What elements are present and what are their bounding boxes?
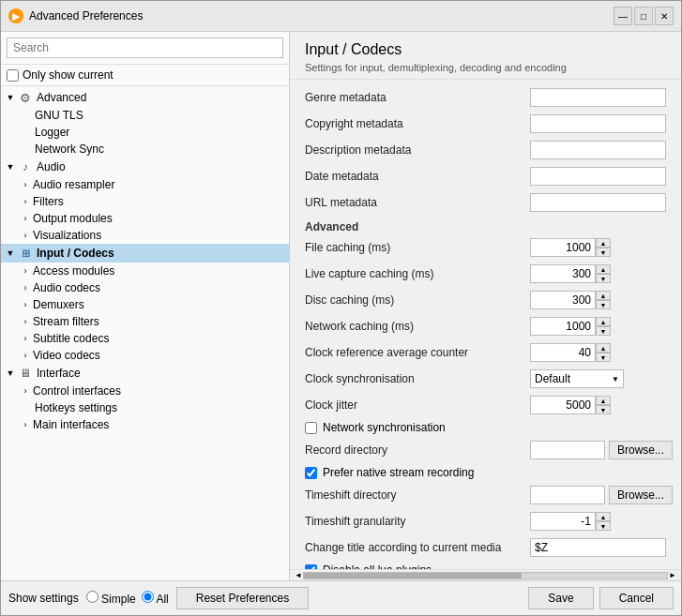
simple-radio[interactable] [86,591,99,603]
setting-row-genre: Genre metadata [305,87,666,108]
sidebar-item-stream-filters[interactable]: › Stream filters [1,313,289,330]
sidebar-item-control-interfaces[interactable]: › Control interfaces [1,383,289,399]
sidebar-item-advanced[interactable]: ▼ ⚙ Advanced [1,88,289,107]
sidebar-item-audio-codecs[interactable]: › Audio codecs [1,279,289,296]
spin-arrows: ▲ ▼ [596,238,611,257]
sidebar-item-filters[interactable]: › Filters [1,193,289,210]
clock-sync-dropdown[interactable]: Default ▼ [530,369,624,388]
setting-row-clock-jitter: Clock jitter ▲ ▼ [305,395,666,415]
expand-arrow: › [20,350,31,361]
expand-arrow: › [20,299,31,310]
close-button[interactable]: ✕ [655,7,674,25]
clock-ref-input[interactable] [530,343,596,362]
live-capture-input[interactable] [530,264,596,283]
spin-up-arrow[interactable]: ▲ [596,512,611,521]
record-dir-browse-button[interactable]: Browse... [609,441,673,459]
horizontal-scrollbar[interactable]: ◄ ► [290,569,681,580]
sidebar-item-label: Network Sync [35,143,104,156]
only-show-current-row: Only show current [1,65,289,86]
all-label: All [156,593,168,606]
url-metadata-input[interactable] [530,193,666,212]
sidebar-item-label: Hotkeys settings [35,401,117,414]
spin-up-arrow[interactable]: ▲ [596,317,611,326]
setting-row-change-title: Change title according to current media [305,537,666,558]
sidebar-item-gnu-tls[interactable]: GNU TLS [1,107,289,124]
spin-down-arrow[interactable]: ▼ [596,248,611,257]
disc-caching-input[interactable] [530,291,596,309]
setting-label: Timeshift granularity [305,515,530,528]
spin-down-arrow[interactable]: ▼ [596,300,611,309]
left-panel: Only show current ▼ ⚙ Advanced GNU TLS L… [1,32,290,580]
only-show-current-checkbox[interactable] [7,69,19,82]
sidebar-item-network-sync[interactable]: Network Sync [1,141,289,158]
copyright-metadata-input[interactable] [530,114,666,133]
sidebar-item-label: Demuxers [33,298,84,311]
date-metadata-input[interactable] [530,167,666,186]
sidebar-item-interface[interactable]: ▼ 🖥 Interface [1,364,289,383]
setting-control: Default ▼ [530,369,666,388]
all-radio[interactable] [142,591,154,603]
sidebar-item-demuxers[interactable]: › Demuxers [1,296,289,313]
setting-label: Clock synchronisation [305,372,530,385]
sidebar-item-video-codecs[interactable]: › Video codecs [1,347,289,364]
reset-preferences-button[interactable]: Reset Preferences [176,587,309,609]
spin-down-arrow[interactable]: ▼ [596,353,611,362]
spin-up-arrow[interactable]: ▲ [596,343,611,353]
minimize-button[interactable]: — [614,7,632,25]
sidebar-item-main-interfaces[interactable]: › Main interfaces [1,416,289,433]
sidebar-item-label: Filters [33,195,64,208]
h-scroll-thumb[interactable] [304,573,522,578]
spin-down-arrow[interactable]: ▼ [596,326,611,336]
sidebar-item-label: Advanced [37,91,86,104]
search-input[interactable] [7,38,283,58]
record-dir-input[interactable] [530,441,605,459]
description-metadata-input[interactable] [530,141,666,159]
expand-arrow-codecs: ▼ [5,248,16,259]
setting-control: ▲ ▼ [530,317,666,336]
change-title-input[interactable] [530,538,666,557]
setting-label: Disc caching (ms) [305,293,530,307]
setting-row-disc-caching: Disc caching (ms) ▲ ▼ [305,290,666,310]
network-sync-checkbox[interactable] [305,422,317,434]
spin-down-arrow[interactable]: ▼ [596,521,611,531]
setting-control [530,114,666,133]
spin-arrows: ▲ ▼ [596,317,611,336]
clock-jitter-input[interactable] [530,396,596,414]
cancel-button[interactable]: Cancel [599,587,674,609]
setting-row-url: URL metadata [305,192,666,213]
sidebar-item-output-modules[interactable]: › Output modules [1,210,289,227]
sidebar-item-audio-resampler[interactable]: › Audio resampler [1,176,289,193]
spin-up-arrow[interactable]: ▲ [596,238,611,248]
spin-up-arrow[interactable]: ▲ [596,396,611,405]
h-scroll-track[interactable] [303,572,668,579]
prefer-native-checkbox[interactable] [305,467,317,479]
spin-down-arrow[interactable]: ▼ [596,274,611,283]
scroll-left-arrow[interactable]: ◄ [294,571,303,580]
setting-label: Clock reference average counter [305,346,530,359]
scroll-right-arrow[interactable]: ► [668,571,677,580]
maximize-button[interactable]: □ [634,7,653,25]
sidebar-item-subtitle-codecs[interactable]: › Subtitle codecs [1,330,289,347]
timeshift-granularity-input[interactable] [530,512,596,531]
network-sync-label: Network synchronisation [323,421,446,434]
sidebar-item-visualizations[interactable]: › Visualizations [1,227,289,244]
sidebar-item-audio[interactable]: ▼ ♪ Audio [1,158,289,176]
sidebar-item-logger[interactable]: Logger [1,124,289,141]
timeshift-dir-browse-button[interactable]: Browse... [609,486,673,504]
network-caching-input[interactable] [530,317,596,336]
timeshift-dir-input[interactable] [530,486,605,504]
genre-metadata-input[interactable] [530,88,666,107]
spin-arrows: ▲ ▼ [596,264,611,283]
file-caching-input[interactable] [530,238,596,257]
spin-down-arrow[interactable]: ▼ [596,405,611,414]
sidebar-item-input-codecs[interactable]: ▼ ⊞ Input / Codecs [1,244,289,263]
save-button[interactable]: Save [528,587,593,609]
right-panel: Input / Codecs Settings for input, demul… [290,32,681,580]
setting-label: Clock jitter [305,398,530,412]
sidebar-item-access-modules[interactable]: › Access modules [1,263,289,279]
sidebar-item-label: Visualizations [33,229,101,242]
spin-up-arrow[interactable]: ▲ [596,291,611,300]
sidebar-item-hotkeys-settings[interactable]: Hotkeys settings [1,399,289,416]
spin-up-arrow[interactable]: ▲ [596,264,611,274]
spin-wrapper: ▲ ▼ [530,291,611,309]
